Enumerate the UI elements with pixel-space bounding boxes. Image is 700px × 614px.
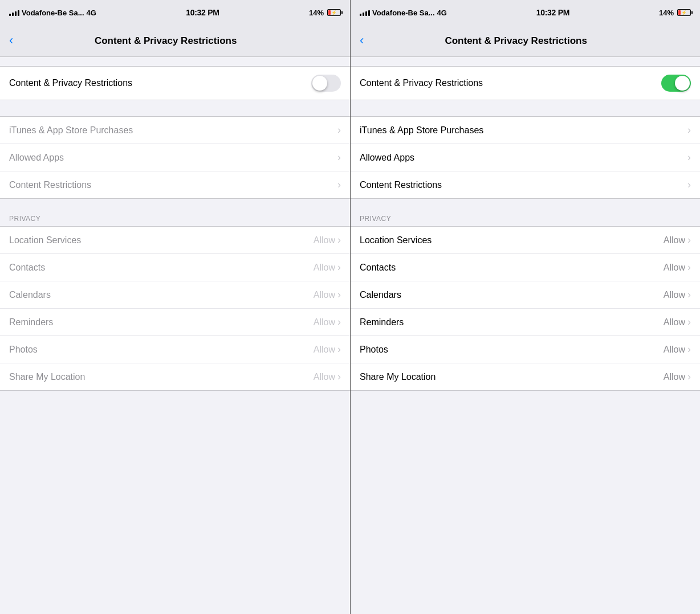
settings-row[interactable]: Contacts Allow ›: [351, 254, 700, 281]
settings-row[interactable]: Contacts Allow ›: [0, 254, 350, 281]
nav-title: Content & Privacy Restrictions: [13, 35, 318, 47]
settings-row[interactable]: Content Restrictions ›: [351, 171, 700, 198]
phone-panel-right: Vodafone-Be Sa... 4G 10:32 PM 14% ⚡ ‹ Co…: [350, 0, 700, 614]
chevron-right-icon: ›: [337, 261, 341, 273]
row-value: Allow: [664, 345, 685, 355]
battery-fill: [328, 10, 331, 15]
settings-row[interactable]: Location Services Allow ›: [351, 227, 700, 254]
chevron-right-icon: ›: [687, 316, 691, 328]
toggle-section: Content & Privacy Restrictions: [351, 66, 700, 100]
row-value: Allow: [664, 372, 685, 382]
settings-row[interactable]: Allowed Apps ›: [0, 144, 350, 171]
status-right: 14% ⚡: [309, 9, 341, 17]
settings-group-main: iTunes & App Store Purchases › Allowed A…: [351, 116, 700, 199]
row-value: Allow: [664, 317, 685, 328]
status-left: Vodafone-Be Sa... 4G: [360, 9, 447, 17]
chevron-right-icon: ›: [337, 289, 341, 301]
settings-row[interactable]: Reminders Allow ›: [351, 309, 700, 336]
chevron-right-icon: ›: [337, 152, 341, 163]
row-right: Allow ›: [314, 371, 341, 383]
row-label: Location Services: [360, 235, 664, 245]
battery-body: ⚡: [327, 9, 341, 16]
chevron-right-icon: ›: [337, 124, 341, 136]
row-value: Allow: [664, 263, 685, 273]
signal-bar-1: [9, 14, 11, 16]
row-label: Allowed Apps: [360, 153, 687, 163]
signal-bar-1: [360, 14, 361, 16]
row-right: ›: [337, 179, 341, 191]
row-right: ›: [337, 124, 341, 136]
signal-bars-icon: [9, 9, 19, 16]
settings-row[interactable]: iTunes & App Store Purchases ›: [0, 117, 350, 144]
row-right: ›: [687, 124, 691, 136]
row-value: Allow: [314, 235, 335, 245]
row-label: Content Restrictions: [360, 180, 687, 190]
settings-row[interactable]: Share My Location Allow ›: [351, 363, 700, 390]
row-right: Allow ›: [664, 316, 691, 328]
settings-row[interactable]: Share My Location Allow ›: [0, 363, 350, 390]
back-button[interactable]: ‹: [9, 35, 13, 47]
row-label: Photos: [9, 345, 314, 355]
settings-row[interactable]: Photos Allow ›: [351, 336, 700, 363]
row-label: Share My Location: [9, 372, 314, 382]
chevron-right-icon: ›: [687, 234, 691, 246]
back-button[interactable]: ‹: [360, 35, 364, 47]
settings-row[interactable]: Reminders Allow ›: [0, 309, 350, 336]
signal-bar-2: [12, 13, 14, 16]
settings-group-privacy: Location Services Allow › Contacts Allow…: [351, 226, 700, 391]
content-privacy-toggle[interactable]: [311, 75, 341, 92]
network-label: 4G: [437, 9, 447, 17]
row-label: Reminders: [9, 317, 314, 328]
row-right: Allow ›: [314, 316, 341, 328]
time-label: 10:32 PM: [186, 8, 219, 17]
toggle-label: Content & Privacy Restrictions: [9, 78, 132, 88]
chevron-right-icon: ›: [337, 371, 341, 383]
toggle-knob: [312, 76, 327, 91]
signal-bars-icon: [360, 9, 370, 16]
settings-row[interactable]: Content Restrictions ›: [0, 171, 350, 198]
toggle-knob: [675, 76, 690, 91]
chevron-right-icon: ›: [337, 234, 341, 246]
section-privacy: PRIVACY Location Services Allow › Contac…: [351, 215, 700, 391]
section-header: PRIVACY: [0, 215, 350, 226]
chevron-right-icon: ›: [337, 316, 341, 328]
nav-title: Content & Privacy Restrictions: [364, 35, 668, 47]
signal-bar-3: [15, 11, 17, 16]
back-chevron-icon: ‹: [9, 34, 13, 47]
nav-bar: ‹ Content & Privacy Restrictions: [0, 25, 350, 57]
row-right: Allow ›: [664, 234, 691, 246]
row-right: Allow ›: [664, 371, 691, 383]
section-main: iTunes & App Store Purchases › Allowed A…: [0, 116, 350, 199]
row-label: iTunes & App Store Purchases: [9, 125, 337, 136]
row-right: Allow ›: [314, 343, 341, 355]
section-privacy: PRIVACY Location Services Allow › Contac…: [0, 215, 350, 391]
content-privacy-toggle[interactable]: [661, 75, 691, 92]
battery-icon: ⚡: [327, 9, 341, 16]
status-right: 14% ⚡: [659, 9, 691, 17]
row-right: Allow ›: [314, 234, 341, 246]
row-right: Allow ›: [314, 289, 341, 301]
toggle-section: Content & Privacy Restrictions: [0, 66, 350, 100]
chevron-right-icon: ›: [687, 371, 691, 383]
row-value: Allow: [664, 235, 685, 245]
chevron-right-icon: ›: [687, 152, 691, 163]
settings-row[interactable]: Allowed Apps ›: [351, 144, 700, 171]
row-value: Allow: [664, 290, 685, 300]
battery-body: ⚡: [677, 9, 691, 16]
settings-row[interactable]: iTunes & App Store Purchases ›: [351, 117, 700, 144]
settings-row[interactable]: Location Services Allow ›: [0, 227, 350, 254]
settings-row[interactable]: Calendars Allow ›: [351, 281, 700, 309]
row-right: ›: [687, 152, 691, 163]
phone-panel-left: Vodafone-Be Sa... 4G 10:32 PM 14% ⚡ ‹ Co…: [0, 0, 350, 614]
scroll-content: Content & Privacy Restrictions iTunes & …: [351, 57, 700, 614]
battery-fill: [678, 10, 681, 15]
content-privacy-toggle-row: Content & Privacy Restrictions: [9, 67, 341, 100]
content-privacy-toggle-row: Content & Privacy Restrictions: [360, 67, 691, 100]
row-label: Calendars: [360, 290, 664, 300]
section-main: iTunes & App Store Purchases › Allowed A…: [351, 116, 700, 199]
settings-row[interactable]: Photos Allow ›: [0, 336, 350, 363]
row-value: Allow: [314, 290, 335, 300]
signal-bar-3: [365, 11, 367, 16]
settings-row[interactable]: Calendars Allow ›: [0, 281, 350, 309]
scroll-content: Content & Privacy Restrictions iTunes & …: [0, 57, 350, 614]
